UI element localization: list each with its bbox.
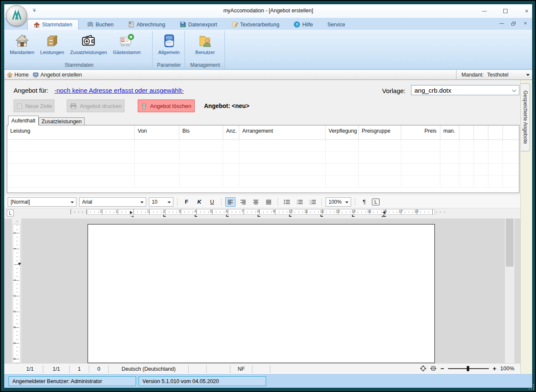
formatting-marks-button[interactable]: ¶ bbox=[359, 197, 369, 207]
vorlage-combobox[interactable]: ang_crb.dotx bbox=[411, 85, 519, 95]
ribbon-button-label: Zusatzleistungen bbox=[70, 50, 107, 55]
ribbon-group-label: Management bbox=[186, 61, 224, 68]
allgemein-button[interactable]: Allgemein bbox=[156, 32, 182, 55]
tabstop-marker[interactable] bbox=[195, 215, 197, 217]
breadcrumb-current-label: Angebot erstellen bbox=[40, 72, 82, 78]
close-button[interactable]: × bbox=[519, 7, 532, 15]
tab-service[interactable]: Service bbox=[321, 19, 351, 30]
tab-aufenthalt[interactable]: Aufenthalt bbox=[8, 116, 39, 125]
align-center-button[interactable] bbox=[251, 197, 261, 207]
h-ruler-band[interactable]: 21123456789101112131415161718 bbox=[4, 209, 520, 215]
breadcrumb-current[interactable]: Angebot erstellen bbox=[33, 72, 82, 78]
right-indent-marker[interactable]: ⇤ bbox=[382, 214, 385, 219]
zoom-out-button[interactable]: − bbox=[440, 365, 444, 372]
mandanten-button[interactable]: Mandanten bbox=[8, 32, 37, 55]
address-link[interactable]: -noch keine Adresse erfasst oder ausgewä… bbox=[54, 87, 184, 94]
zoom-combobox[interactable]: 100% bbox=[326, 197, 351, 207]
vertical-scrollbar[interactable] bbox=[505, 219, 514, 363]
fit-page-icon[interactable] bbox=[420, 365, 426, 372]
leistungen-button[interactable]: Leistungen bbox=[38, 32, 66, 55]
column-header-von[interactable]: Von bbox=[135, 125, 179, 139]
settings-device-icon bbox=[162, 33, 177, 48]
top-margin-marker-icon[interactable] bbox=[18, 263, 21, 265]
underline-button[interactable]: U bbox=[207, 197, 217, 207]
mdi-restore-button[interactable] bbox=[510, 20, 517, 26]
fit-width-icon[interactable] bbox=[430, 365, 437, 372]
align-right-button[interactable] bbox=[238, 197, 248, 207]
column-header-anz[interactable]: Anz. bbox=[223, 125, 239, 139]
vorlage-label: Vorlage: bbox=[382, 87, 406, 94]
align-justify-button[interactable] bbox=[264, 197, 274, 207]
zoom-value: 100% bbox=[329, 199, 342, 205]
left-margin-marker-icon[interactable] bbox=[130, 211, 133, 214]
ribbon-button-label: Benutzer bbox=[195, 50, 215, 55]
font-size-combobox[interactable]: 10 bbox=[149, 197, 173, 207]
scrollbar-thumb[interactable] bbox=[506, 219, 513, 267]
tab-abrechnung[interactable]: Abrechnung bbox=[122, 19, 171, 30]
right-margin-marker-icon[interactable] bbox=[383, 211, 385, 214]
paragraph-style-combobox[interactable]: [Normal] bbox=[8, 197, 77, 207]
tabstop-marker[interactable] bbox=[320, 215, 323, 217]
column-header-preis[interactable]: Preis bbox=[401, 125, 440, 139]
first-line-indent-marker[interactable]: ⇥ bbox=[130, 214, 134, 219]
column-header-bis[interactable]: Bis bbox=[179, 125, 223, 139]
bold-button[interactable]: F bbox=[182, 197, 192, 207]
column-header-preisgruppe[interactable]: Preisgruppe bbox=[359, 125, 401, 139]
dropdown-arrow-icon[interactable] bbox=[526, 74, 530, 76]
tabstop-marker[interactable] bbox=[289, 215, 292, 217]
font-combobox[interactable]: Arial bbox=[79, 197, 146, 207]
minimize-button[interactable] bbox=[477, 7, 491, 15]
delete-offer-button[interactable]: Angebot löschen bbox=[138, 99, 195, 112]
multilevel-list-button[interactable]: 1.11.21.3 bbox=[307, 197, 318, 207]
numbered-list-button[interactable]: 123 bbox=[295, 197, 305, 207]
tabstop-marker[interactable] bbox=[226, 215, 229, 217]
tab-stammdaten[interactable]: Stammdaten bbox=[27, 19, 79, 30]
table-cell bbox=[440, 140, 459, 152]
tabstop-marker[interactable] bbox=[352, 215, 354, 217]
table-cell bbox=[474, 176, 488, 187]
table-cell bbox=[179, 164, 223, 176]
new-row-button[interactable]: Neue Zeile bbox=[14, 99, 54, 112]
app-logo[interactable] bbox=[6, 5, 27, 26]
align-left-button[interactable] bbox=[225, 197, 235, 207]
column-header-man[interactable]: man. bbox=[440, 125, 459, 139]
column-header-empty bbox=[488, 125, 503, 139]
h-ruler-numbers: 21123456789101112131415161718 bbox=[4, 209, 520, 214]
zoom-slider-thumb[interactable] bbox=[467, 366, 469, 371]
mandant-selector[interactable]: Mandant: Testhotel bbox=[456, 70, 530, 80]
mdi-minimize-button[interactable] bbox=[498, 20, 505, 26]
tab-type-button[interactable]: L bbox=[372, 199, 380, 205]
column-header-leistung[interactable]: Leistung bbox=[7, 125, 135, 139]
zoom-in-button[interactable]: + bbox=[493, 365, 496, 372]
document-area[interactable]: 21123456 bbox=[4, 219, 520, 363]
benutzer-button[interactable]: Benutzer bbox=[193, 32, 217, 55]
print-offer-button[interactable]: Angebot drucken bbox=[67, 99, 125, 112]
tabstop-marker[interactable] bbox=[258, 215, 260, 217]
table-row[interactable] bbox=[7, 140, 519, 152]
tab-zusatzleistungen[interactable]: Zusatzleistungen bbox=[39, 117, 85, 125]
zusatzleistungen-button[interactable]: Zusatzleistungen bbox=[68, 32, 109, 55]
zoom-slider[interactable] bbox=[448, 368, 489, 369]
mdi-close-button[interactable]: × bbox=[522, 20, 529, 26]
tab-datenexport[interactable]: Datenexport bbox=[174, 19, 223, 30]
resize-grip[interactable] bbox=[528, 383, 534, 389]
table-row[interactable] bbox=[7, 152, 519, 164]
maximize-button[interactable] bbox=[498, 7, 513, 15]
tab-buchen[interactable]: Buchen bbox=[81, 19, 119, 30]
tab-hilfe[interactable]: ? Hilfe bbox=[288, 19, 319, 30]
gaestestamm-button[interactable]: Gästestamm bbox=[111, 32, 143, 55]
table-cell bbox=[474, 140, 488, 152]
italic-button[interactable]: K bbox=[194, 197, 204, 207]
saved-offers-tab[interactable]: Gespeicherte Angebote bbox=[521, 83, 530, 151]
bullet-list-button[interactable] bbox=[282, 197, 292, 207]
column-header-verpflegung[interactable]: Verpflegung bbox=[326, 125, 359, 139]
help-icon: ? bbox=[294, 21, 300, 28]
table-row[interactable] bbox=[7, 164, 519, 176]
document-page[interactable] bbox=[88, 224, 435, 363]
ruler-number: 1 bbox=[147, 209, 149, 213]
breadcrumb-home[interactable]: Home bbox=[7, 72, 28, 78]
column-header-arrangement[interactable]: Arrangement bbox=[239, 125, 326, 139]
tabstop-marker[interactable] bbox=[163, 215, 166, 217]
tab-textverarbeitung[interactable]: Textverarbeitung bbox=[226, 19, 285, 30]
table-row[interactable] bbox=[7, 176, 519, 187]
